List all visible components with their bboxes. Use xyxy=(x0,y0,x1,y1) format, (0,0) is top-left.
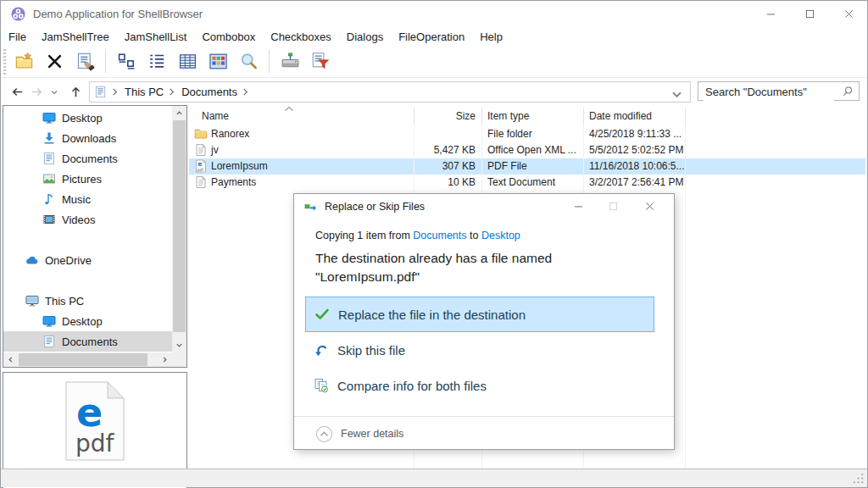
file-row-payments[interactable]: Payments10 KBText Document3/2/2017 2:56:… xyxy=(189,175,865,191)
up-button[interactable] xyxy=(69,85,83,99)
column-divider[interactable] xyxy=(583,108,584,125)
new-folder-button[interactable] xyxy=(11,50,36,74)
menu-fileoperation[interactable]: FileOperation xyxy=(391,28,472,46)
dialog-close-button[interactable] xyxy=(633,194,665,219)
app-logo-icon xyxy=(11,7,25,21)
file-name: LoremIpsum xyxy=(189,158,414,175)
tree-item-onedrive[interactable]: OneDrive xyxy=(3,250,172,270)
menu-checkboxes[interactable]: Checkboxes xyxy=(263,28,339,46)
history-dropdown-icon[interactable] xyxy=(50,88,58,97)
folder-tree-panel: DesktopDownloadsDocumentsPicturesMusicVi… xyxy=(3,105,187,368)
properties-button[interactable] xyxy=(72,50,97,74)
menu-jamshelllist[interactable]: JamShellList xyxy=(117,28,195,46)
destination-folder-link[interactable]: Desktop xyxy=(481,230,520,241)
file-row-loremipsum[interactable]: epdfLoremIpsum307 KBPDF File11/16/2018 1… xyxy=(189,158,865,175)
option-compare-info-for-both-files[interactable]: Compare info for both files xyxy=(305,368,654,403)
file-type: PDF File xyxy=(481,158,583,175)
menu-dialogs[interactable]: Dialogs xyxy=(339,28,391,46)
dialog-maximize-button xyxy=(597,194,629,219)
file-row-jv[interactable]: jv5,427 KBOffice Open XML ...5/5/2012 5:… xyxy=(189,142,865,158)
tree-item-downloads[interactable]: Downloads xyxy=(3,128,172,148)
column-divider[interactable] xyxy=(414,108,415,125)
toolbar-separator xyxy=(269,50,270,73)
dialog-close-icon xyxy=(645,202,654,211)
column-header-name[interactable]: Name xyxy=(189,105,414,126)
vertical-scroll-thumb[interactable] xyxy=(173,120,186,332)
dialog-minimize-button[interactable] xyxy=(562,194,594,219)
breadcrumb-dropdown-icon[interactable] xyxy=(670,88,683,101)
breadcrumb[interactable]: This PCDocuments xyxy=(89,81,691,103)
documents-icon xyxy=(42,152,56,165)
resize-grip-icon[interactable] xyxy=(854,474,865,485)
view-list-button[interactable] xyxy=(144,50,170,74)
copy-summary-prefix: Copying 1 item from xyxy=(315,230,413,241)
title-bar[interactable]: Demo Application for ShellBrowser xyxy=(1,1,867,27)
maximize-button[interactable] xyxy=(796,1,823,26)
breadcrumb-separator-icon[interactable] xyxy=(242,87,249,97)
thispc-icon xyxy=(25,294,39,308)
tree-item-music[interactable]: Music xyxy=(3,189,172,209)
documents-icon xyxy=(42,335,56,348)
conflict-message-line1: The destination already has a file named xyxy=(315,251,552,266)
tree-item-this-pc[interactable]: This PC xyxy=(3,291,172,311)
filter-button[interactable] xyxy=(308,50,333,74)
search-icon[interactable] xyxy=(842,86,854,97)
dialog-minimize-icon xyxy=(574,202,583,211)
map-network-drive-button[interactable] xyxy=(277,50,303,74)
menu-jamshelltree[interactable]: JamShellTree xyxy=(34,28,117,46)
tree-item-pictures[interactable]: Pictures xyxy=(3,169,172,189)
breadcrumb-item-this-pc[interactable]: This PC xyxy=(125,86,164,98)
menu-help[interactable]: Help xyxy=(472,28,510,46)
close-button[interactable] xyxy=(835,1,862,26)
tree-vertical-scrollbar[interactable] xyxy=(172,106,186,352)
file-row-ranorex[interactable]: RanorexFile folder4/25/2018 9:11:33 ... xyxy=(189,126,865,142)
scroll-right-icon xyxy=(161,356,169,363)
breadcrumb-separator-icon[interactable] xyxy=(168,87,175,97)
scroll-left-button[interactable] xyxy=(3,352,18,367)
minimize-button[interactable] xyxy=(757,1,784,26)
scroll-up-button[interactable] xyxy=(172,106,186,120)
breadcrumb-item-documents[interactable]: Documents xyxy=(181,86,237,98)
copy-summary-middle: to xyxy=(467,230,481,241)
back-button[interactable] xyxy=(10,85,25,99)
view-small-icons-button[interactable] xyxy=(114,50,139,74)
tree-item-desktop[interactable]: Desktop xyxy=(3,108,172,128)
menu-file[interactable]: File xyxy=(1,28,34,46)
option-skip-this-file[interactable]: Skip this file xyxy=(305,332,654,368)
fewer-details-label[interactable]: Fewer details xyxy=(341,428,403,440)
view-large-icons-button[interactable] xyxy=(205,50,231,74)
column-header-size[interactable]: Size xyxy=(414,105,481,126)
tree-item-videos[interactable]: Videos xyxy=(3,209,172,230)
delete-button[interactable] xyxy=(42,50,67,74)
search-icon xyxy=(239,52,259,71)
file-name: Ranorex xyxy=(189,126,414,142)
fewer-details-icon[interactable] xyxy=(315,425,333,443)
column-header-item-type[interactable]: Item type xyxy=(481,105,583,126)
file-type: File folder xyxy=(481,126,583,142)
search-input[interactable] xyxy=(704,83,834,101)
column-divider[interactable] xyxy=(685,108,686,125)
option-replace-the-file-in-the-destination[interactable]: Replace the file in the destination xyxy=(305,297,654,332)
file-modified: 4/25/2018 9:11:33 ... xyxy=(583,126,685,142)
sort-ascending-icon xyxy=(284,106,294,112)
search-button[interactable] xyxy=(236,50,261,74)
search-box[interactable] xyxy=(698,81,860,101)
tree-item-documents[interactable]: Documents xyxy=(3,331,172,352)
app-window: Demo Application for ShellBrowser FileJa… xyxy=(0,0,868,488)
column-header-date-modified[interactable]: Date modified xyxy=(583,105,685,126)
forward-button[interactable] xyxy=(30,85,44,99)
toolbar-grip[interactable] xyxy=(3,49,6,75)
tree-item-desktop[interactable]: Desktop xyxy=(3,311,172,331)
view-details-button[interactable] xyxy=(175,50,200,74)
column-divider[interactable] xyxy=(481,108,482,125)
scroll-down-button[interactable] xyxy=(172,338,186,352)
menu-combobox[interactable]: Combobox xyxy=(194,28,263,46)
dialog-title-bar[interactable]: Replace or Skip Files xyxy=(294,194,674,219)
copy-dialog-icon xyxy=(304,201,317,214)
source-folder-link[interactable]: Documents xyxy=(413,230,466,241)
breadcrumb-separator-icon[interactable] xyxy=(111,87,119,97)
scroll-right-button[interactable] xyxy=(158,352,172,367)
tree-horizontal-scrollbar[interactable] xyxy=(3,352,172,367)
tree-item-documents[interactable]: Documents xyxy=(3,148,172,169)
horizontal-scroll-thumb[interactable] xyxy=(19,353,147,366)
